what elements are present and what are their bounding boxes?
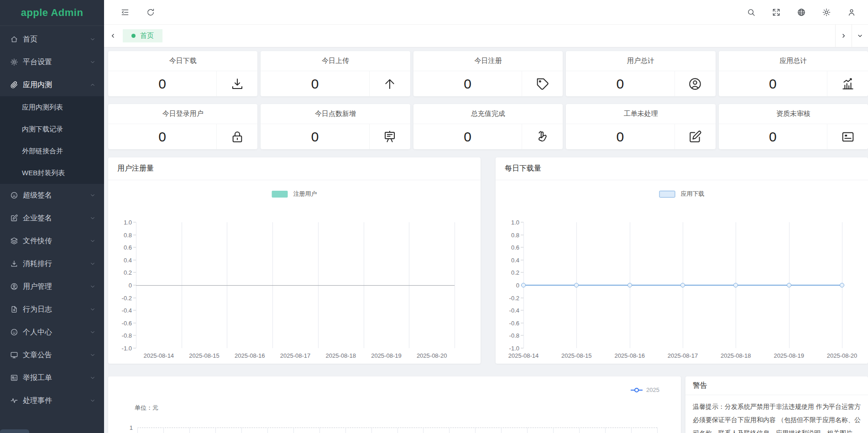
x-axis-label: 2025-08-20 bbox=[417, 352, 447, 359]
gridline bbox=[319, 428, 320, 433]
sidebar-item-label: 处理事件 bbox=[23, 396, 89, 406]
y-axis-label: 0.4 bbox=[124, 256, 132, 263]
sidebar-item-activity[interactable]: 处理事件 bbox=[0, 389, 104, 412]
y-axis-label: 1.0 bbox=[511, 219, 519, 226]
filep-icon bbox=[10, 305, 18, 313]
user-menu-button[interactable] bbox=[847, 8, 856, 17]
chart-area: 注册用户1.00.80.60.40.20-0.2-0.4-0.6-0.8-1.0… bbox=[108, 180, 481, 364]
legend-item[interactable]: 2025 bbox=[631, 386, 659, 393]
sidebar-subitem[interactable]: 内测下载记录 bbox=[0, 118, 104, 140]
gridline bbox=[553, 428, 554, 433]
chevron-down-icon bbox=[89, 397, 96, 404]
sidebar-item-edit[interactable]: 企业签名 bbox=[0, 207, 104, 230]
legend-item[interactable]: 注册用户 bbox=[272, 190, 317, 198]
y-axis-tick bbox=[133, 297, 136, 298]
refresh-icon bbox=[146, 8, 155, 17]
collapse-sidebar-button[interactable] bbox=[120, 8, 130, 17]
x-axis-label: 2025-08-16 bbox=[235, 352, 265, 359]
chart-unit-label: 单位：元 bbox=[135, 404, 158, 412]
chart-title: 每日下载量 bbox=[496, 157, 868, 180]
chevron-up-icon bbox=[89, 82, 96, 88]
stat-card: 今日点数新增0 bbox=[261, 104, 410, 149]
chevron-down-icon bbox=[89, 215, 96, 221]
sidebar-subitem[interactable]: 应用内测列表 bbox=[0, 96, 104, 118]
language-button[interactable] bbox=[797, 8, 806, 17]
sidebar-item-filep[interactable]: 行为日志 bbox=[0, 298, 104, 321]
sidebar-item-user[interactable]: 用户管理 bbox=[0, 275, 104, 298]
y-axis-tick bbox=[521, 335, 523, 336]
y-axis-label: -0.4 bbox=[509, 307, 519, 314]
badge-icon bbox=[10, 374, 18, 382]
sidebar-item-home[interactable]: 首页 bbox=[0, 28, 104, 51]
sidebar-item-label: 文件快传 bbox=[23, 236, 89, 246]
tabs-menu-button[interactable] bbox=[852, 25, 868, 47]
chart-plot: 1 bbox=[137, 428, 657, 433]
sidebar-item-label: 超级签名 bbox=[23, 191, 89, 200]
layers-icon bbox=[10, 237, 18, 245]
sidebar-item-monitor[interactable]: 文章公告 bbox=[0, 344, 104, 366]
gridline bbox=[455, 222, 455, 348]
sidebar-scroll-thumb[interactable] bbox=[0, 429, 29, 433]
home-icon bbox=[10, 35, 18, 43]
sidebar-item-frown[interactable]: 超级签名 bbox=[0, 184, 104, 207]
stat-card: 资质未审核0 bbox=[719, 104, 868, 149]
tap-icon bbox=[535, 130, 550, 144]
legend-swatch bbox=[659, 191, 675, 198]
gridline bbox=[345, 428, 346, 433]
easel-icon bbox=[382, 130, 397, 144]
sidebar-item-gear[interactable]: 平台设置 bbox=[0, 51, 104, 73]
sidebar-item-smile[interactable]: 个人中心 bbox=[0, 321, 104, 344]
gridline bbox=[475, 428, 476, 433]
up-icon bbox=[382, 77, 397, 91]
settings-button[interactable] bbox=[822, 8, 831, 17]
sidebar-item-layers[interactable]: 文件快传 bbox=[0, 230, 104, 252]
stat-card: 今日上传0 bbox=[261, 51, 410, 96]
stat-card-title: 用户总计 bbox=[566, 51, 715, 71]
lock-icon bbox=[230, 130, 245, 144]
page-content: 今日下载0今日上传0今日注册0用户总计0应用总计0 今日登录用户0今日点数新增0… bbox=[104, 47, 868, 433]
tabs-scroll-right-button[interactable] bbox=[835, 25, 852, 47]
y-axis-label: -0.6 bbox=[122, 319, 132, 326]
gridline bbox=[137, 428, 138, 433]
y-axis-tick bbox=[521, 323, 523, 323]
legend-item[interactable]: 应用下载 bbox=[659, 190, 705, 198]
y-axis-tick bbox=[133, 222, 136, 223]
tabs-scroll-left-button[interactable] bbox=[104, 25, 121, 47]
refresh-button[interactable] bbox=[146, 8, 155, 17]
sidebar-item-label: 举报工单 bbox=[23, 373, 89, 383]
chevron-down-icon bbox=[89, 59, 96, 65]
sidebar-item-clip[interactable]: 应用内测 bbox=[0, 73, 104, 96]
chart-plot: 1.00.80.60.40.20-0.2-0.4-0.6-0.8-1.02025… bbox=[136, 222, 455, 348]
tab-bar: 首页 bbox=[104, 25, 868, 47]
stat-card: 应用总计0 bbox=[719, 51, 868, 96]
sidebar-subitem[interactable]: WEB封装列表 bbox=[0, 162, 104, 184]
x-axis-label: 2025-08-18 bbox=[721, 352, 751, 359]
data-point bbox=[627, 283, 632, 287]
sidebar-item-badge[interactable]: 举报工单 bbox=[0, 366, 104, 389]
fullscreen-button[interactable] bbox=[772, 8, 781, 17]
y-axis-label: -1.0 bbox=[122, 345, 132, 352]
sidebar-item-label: 个人中心 bbox=[23, 328, 89, 337]
sidebar-item-download[interactable]: 消耗排行 bbox=[0, 252, 104, 275]
y-axis-label: 0.2 bbox=[124, 269, 132, 276]
bottom-row: 2025 单位：元 1 警告 温馨提示：分发系统严禁用于非法违规使用 作为平台运… bbox=[108, 376, 868, 433]
stat-card-value: 0 bbox=[566, 124, 675, 149]
sidebar-subitem[interactable]: 外部链接合并 bbox=[0, 140, 104, 162]
fullscreen-icon bbox=[772, 8, 781, 17]
warning-title: 警告 bbox=[685, 376, 868, 395]
tab-home[interactable]: 首页 bbox=[123, 29, 162, 42]
legend-swatch bbox=[272, 191, 288, 198]
zero-axis-line bbox=[136, 285, 455, 286]
app-logo[interactable]: apple Admin bbox=[0, 0, 104, 26]
search-button[interactable] bbox=[747, 8, 756, 17]
gridline bbox=[163, 428, 164, 433]
y-axis-label: -0.2 bbox=[509, 294, 519, 301]
gridline bbox=[423, 428, 424, 433]
chevron-down-icon bbox=[89, 192, 96, 198]
x-axis-label: 2025-08-20 bbox=[827, 352, 858, 359]
y-axis-label: -0.4 bbox=[122, 307, 132, 314]
sidebar-item-label: 行为日志 bbox=[23, 305, 89, 314]
warning-text: 温馨提示：分发系统严禁用于非法违规使用 作为平台运营方必须要保证平台下应用和内容… bbox=[685, 395, 868, 433]
sidebar-item-label: 消耗排行 bbox=[23, 259, 89, 269]
y-axis-tick bbox=[521, 297, 523, 298]
